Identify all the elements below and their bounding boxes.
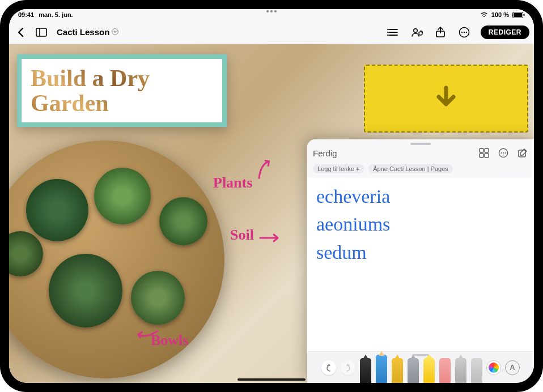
status-bar: 09:41 man. 5. jun. 100 %: [9, 9, 534, 20]
note-done-button[interactable]: Ferdig: [313, 148, 337, 158]
screen: 09:41 man. 5. jun. 100 %: [9, 9, 534, 383]
outline-icon[interactable]: [385, 25, 400, 40]
multitask-indicator[interactable]: [266, 10, 277, 12]
chevron-down-icon[interactable]: [112, 27, 118, 37]
more-icon[interactable]: [457, 25, 472, 40]
svg-point-16: [461, 31, 463, 32]
succulent-photo: [131, 271, 185, 325]
note-grabber[interactable]: [410, 143, 431, 145]
svg-rect-20: [485, 148, 489, 152]
note-compose-icon[interactable]: [517, 147, 528, 159]
edit-button[interactable]: REDIGER: [481, 25, 529, 39]
svg-rect-1: [514, 13, 522, 17]
quick-note-panel[interactable]: Ferdig: [307, 139, 534, 383]
succulent-photo: [94, 168, 151, 224]
back-button[interactable]: [14, 25, 28, 40]
status-date: man. 5. jun.: [39, 11, 73, 18]
svg-point-12: [414, 28, 417, 32]
svg-point-17: [464, 31, 465, 32]
svg-point-9: [387, 28, 389, 30]
tool-highlighter[interactable]: [423, 358, 435, 383]
succulent-photo: [159, 197, 207, 245]
wifi-icon: [480, 12, 488, 18]
annotation-plants: Plants: [213, 174, 252, 191]
app-toolbar: Cacti Lesson: [9, 20, 534, 44]
annotation-bowls: Bowls: [151, 332, 188, 349]
color-picker[interactable]: [487, 361, 500, 374]
note-add-link-label: Legg til lenke: [317, 165, 354, 172]
tool-pencil[interactable]: [376, 355, 387, 383]
tool-ruler[interactable]: [471, 358, 482, 383]
heading-line1: Build a Dry: [31, 65, 150, 91]
svg-point-11: [387, 34, 389, 36]
svg-rect-21: [480, 154, 483, 157]
home-indicator[interactable]: [237, 378, 306, 381]
document-title[interactable]: Cacti Lesson: [57, 27, 109, 37]
undo-button[interactable]: [321, 360, 336, 375]
note-add-link-chip[interactable]: Legg til lenke +: [313, 164, 364, 173]
svg-point-13: [419, 32, 422, 35]
share-icon[interactable]: [433, 25, 448, 40]
succulent-photo: [26, 179, 88, 241]
note-body[interactable]: echeveria aeoniums sedum: [307, 178, 534, 351]
svg-rect-22: [485, 154, 489, 157]
status-time: 09:41: [18, 11, 34, 18]
svg-point-24: [501, 152, 502, 154]
tool-lasso[interactable]: [455, 358, 466, 383]
annotation-arrow-icon: [258, 232, 281, 246]
note-open-source-label: Åpne Cacti Lesson | Pages: [373, 165, 448, 172]
svg-point-26: [505, 152, 506, 154]
note-grid-icon[interactable]: [478, 147, 490, 159]
svg-point-10: [387, 31, 389, 33]
svg-rect-19: [480, 148, 483, 152]
note-more-icon[interactable]: [498, 147, 509, 159]
slide-canvas[interactable]: Build a Dry Garden Plants Soil Bowls: [9, 44, 534, 383]
sidebar-toggle-icon[interactable]: [34, 25, 49, 40]
tool-eraser[interactable]: [439, 358, 451, 383]
title-card[interactable]: Build a Dry Garden: [17, 54, 227, 127]
note-handwriting-line: sedum: [316, 238, 525, 266]
markup-toolbar: A: [307, 351, 534, 383]
status-battery-text: 100 %: [491, 11, 509, 18]
annotation-soil: Soil: [230, 227, 254, 244]
collaborate-icon[interactable]: [409, 25, 424, 40]
battery-icon: [512, 12, 525, 18]
svg-point-25: [503, 152, 504, 154]
tool-pen[interactable]: [360, 358, 371, 383]
tool-text[interactable]: A: [505, 360, 520, 375]
arrow-down-icon: [433, 84, 459, 113]
tool-marker[interactable]: [392, 358, 403, 383]
ipad-frame: 09:41 man. 5. jun. 100 %: [0, 0, 543, 392]
svg-rect-3: [36, 28, 46, 36]
heading-line2: Garden: [31, 90, 109, 116]
plus-icon: +: [356, 165, 359, 172]
note-handwriting-line: echeveria: [316, 182, 525, 210]
note-open-source-chip[interactable]: Åpne Cacti Lesson | Pages: [368, 164, 453, 173]
note-handwriting-line: aeoniums: [316, 210, 525, 238]
svg-point-18: [466, 31, 467, 32]
svg-rect-2: [524, 14, 525, 16]
tool-crayon[interactable]: [408, 358, 419, 383]
redo-button[interactable]: [341, 360, 355, 375]
succulent-photo: [49, 254, 122, 327]
svg-point-5: [112, 29, 118, 35]
media-placeholder[interactable]: [364, 65, 528, 133]
